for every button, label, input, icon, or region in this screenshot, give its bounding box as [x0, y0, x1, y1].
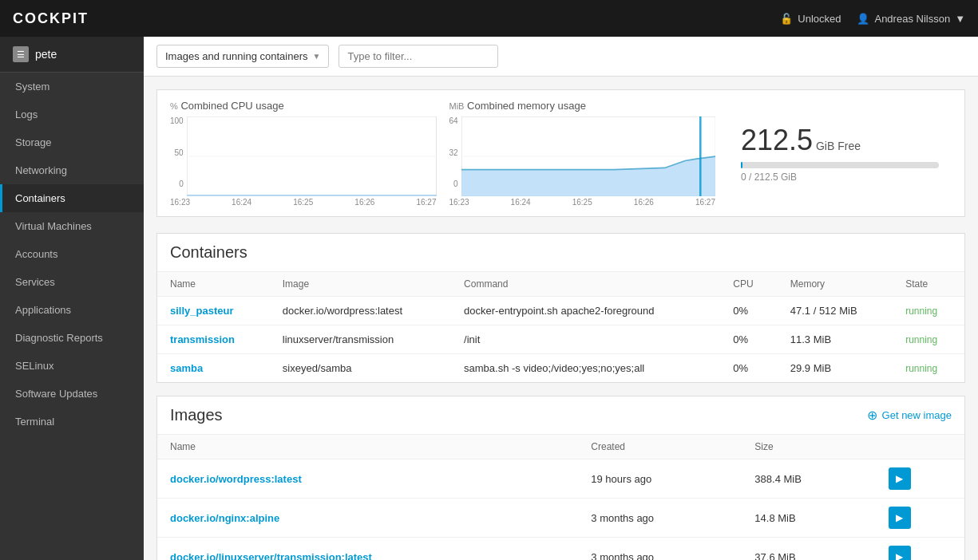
img-col-created: Created — [578, 435, 742, 459]
toolbar: Images and running containers ▼ — [144, 37, 978, 77]
sidebar-item-storage[interactable]: Storage — [0, 128, 144, 156]
host-name: pete — [35, 48, 57, 61]
memory-chart-svg — [461, 116, 715, 196]
cpu-x-labels: 16:23 16:24 16:25 16:26 16:27 — [170, 198, 437, 207]
images-table-header-row: Name Created Size — [157, 435, 964, 459]
sidebar-nav: System Logs Storage Networking Container… — [0, 73, 144, 560]
navbar-right: 🔓 Unlocked 👤 Andreas Nilsson ▼ — [780, 13, 965, 25]
sidebar-item-networking[interactable]: Networking — [0, 156, 144, 184]
unlocked-label: Unlocked — [798, 13, 841, 25]
run-image-button[interactable]: ▶ — [889, 507, 911, 529]
sidebar-item-containers[interactable]: Containers — [0, 184, 144, 212]
main-content: Images and running containers ▼ % Combin… — [144, 37, 978, 560]
image-created: 3 months ago — [578, 499, 742, 538]
image-size: 14.8 MiB — [742, 499, 876, 538]
host-icon: ☰ — [13, 46, 29, 62]
image-name[interactable]: docker.io/nginx:alpine — [157, 499, 578, 538]
dropdown-chevron-icon: ▼ — [313, 52, 321, 61]
container-name[interactable]: transmission — [157, 325, 270, 354]
lock-status[interactable]: 🔓 Unlocked — [780, 13, 841, 25]
containers-table: Name Image Command CPU Memory State sill… — [157, 272, 964, 382]
sidebar-item-services[interactable]: Services — [0, 268, 144, 296]
image-run-cell: ▶ — [876, 538, 964, 561]
image-created: 19 hours ago — [578, 459, 742, 499]
run-image-button[interactable]: ▶ — [889, 546, 911, 560]
table-row: transmission linuxserver/transmission /i… — [157, 325, 964, 354]
col-name: Name — [157, 272, 270, 297]
container-image: linuxserver/transmission — [270, 325, 451, 354]
sidebar-item-applications[interactable]: Applications — [0, 296, 144, 324]
filter-input[interactable] — [339, 45, 498, 68]
sidebar-item-selinux[interactable]: SELinux — [0, 352, 144, 380]
container-memory: 29.9 MiB — [778, 354, 893, 383]
charts-row: % Combined CPU usage 100 50 0 — [156, 89, 965, 217]
sidebar-item-accounts[interactable]: Accounts — [0, 240, 144, 268]
container-name[interactable]: samba — [157, 354, 270, 383]
cpu-chart: % Combined CPU usage 100 50 0 — [170, 100, 437, 207]
cpu-x-1624: 16:24 — [232, 198, 251, 207]
cpu-x-1626: 16:26 — [354, 198, 374, 207]
image-name[interactable]: docker.io/wordpress:latest — [157, 459, 578, 499]
cpu-y-50: 50 — [170, 148, 184, 157]
mem-x-1625: 16:25 — [572, 198, 592, 207]
sidebar-item-software-updates[interactable]: Software Updates — [0, 380, 144, 408]
sidebar-item-system[interactable]: System — [0, 73, 144, 101]
mem-y-64: 64 — [449, 116, 458, 125]
containers-section-title: Containers — [170, 243, 247, 262]
container-command: docker-entrypoint.sh apache2-foreground — [451, 297, 720, 325]
navbar: COCKPIT 🔓 Unlocked 👤 Andreas Nilsson ▼ — [0, 0, 978, 37]
get-new-image-button[interactable]: ⊕ Get new image — [867, 408, 952, 423]
container-memory: 47.1 / 512 MiB — [778, 297, 893, 325]
images-section: Images ⊕ Get new image Name Created Size — [156, 396, 965, 560]
container-command: /init — [451, 325, 720, 354]
images-section-header: Images ⊕ Get new image — [157, 396, 964, 435]
sidebar-item-terminal[interactable]: Terminal — [0, 408, 144, 436]
user-name: Andreas Nilsson — [874, 13, 950, 25]
sidebar: ☰ pete System Logs Storage Networking Co… — [0, 37, 144, 560]
mem-x-1624: 16:24 — [511, 198, 531, 207]
table-row: silly_pasteur docker.io/wordpress:latest… — [157, 297, 964, 325]
cpu-y-0: 0 — [170, 179, 184, 188]
mem-x-1626: 16:26 — [634, 198, 654, 207]
user-menu[interactable]: 👤 Andreas Nilsson ▼ — [857, 13, 965, 25]
table-row: docker.io/wordpress:latest 19 hours ago … — [157, 459, 964, 499]
image-size: 388.4 MiB — [742, 459, 876, 499]
container-state: running — [893, 325, 964, 354]
img-col-name: Name — [157, 435, 578, 459]
sidebar-item-logs[interactable]: Logs — [0, 101, 144, 128]
memory-free-panel: 212.5 GiB Free 0 / 212.5 GiB — [728, 100, 952, 207]
col-image: Image — [270, 272, 451, 297]
image-run-cell: ▶ — [876, 459, 964, 499]
mem-x-1627: 16:27 — [695, 198, 715, 207]
filter-dropdown[interactable]: Images and running containers ▼ — [156, 45, 329, 68]
container-state: running — [893, 297, 964, 325]
brand-title: COCKPIT — [13, 10, 89, 27]
col-command: Command — [451, 272, 720, 297]
cpu-x-1625: 16:25 — [293, 198, 313, 207]
cpu-x-1623: 16:23 — [170, 198, 190, 207]
memory-free-value: 212.5 — [741, 124, 813, 156]
image-name[interactable]: docker.io/linuxserver/transmission:lates… — [157, 538, 578, 561]
layout: ☰ pete System Logs Storage Networking Co… — [0, 37, 978, 560]
page-content: % Combined CPU usage 100 50 0 — [144, 77, 978, 560]
sidebar-item-diagnostic-reports[interactable]: Diagnostic Reports — [0, 324, 144, 352]
col-memory: Memory — [778, 272, 893, 297]
container-name[interactable]: silly_pasteur — [157, 297, 270, 325]
table-row: docker.io/linuxserver/transmission:lates… — [157, 538, 964, 561]
memory-chart: MiB Combined memory usage 64 32 0 — [449, 100, 716, 207]
container-image: docker.io/wordpress:latest — [270, 297, 451, 325]
container-image: sixeyed/samba — [270, 354, 451, 383]
image-size: 37.6 MiB — [742, 538, 876, 561]
mem-y-0: 0 — [449, 179, 458, 188]
memory-bar-container — [741, 162, 939, 168]
memory-free-unit: GiB Free — [816, 140, 861, 152]
memory-chart-unit: MiB — [449, 101, 465, 111]
image-created: 3 months ago — [578, 538, 742, 561]
memory-detail: 0 / 212.5 GiB — [741, 172, 939, 183]
container-state: running — [893, 354, 964, 383]
sidebar-item-virtual-machines[interactable]: Virtual Machines — [0, 212, 144, 240]
run-image-button[interactable]: ▶ — [889, 467, 911, 490]
container-cpu: 0% — [720, 297, 777, 325]
col-cpu: CPU — [720, 272, 777, 297]
container-cpu: 0% — [720, 325, 777, 354]
